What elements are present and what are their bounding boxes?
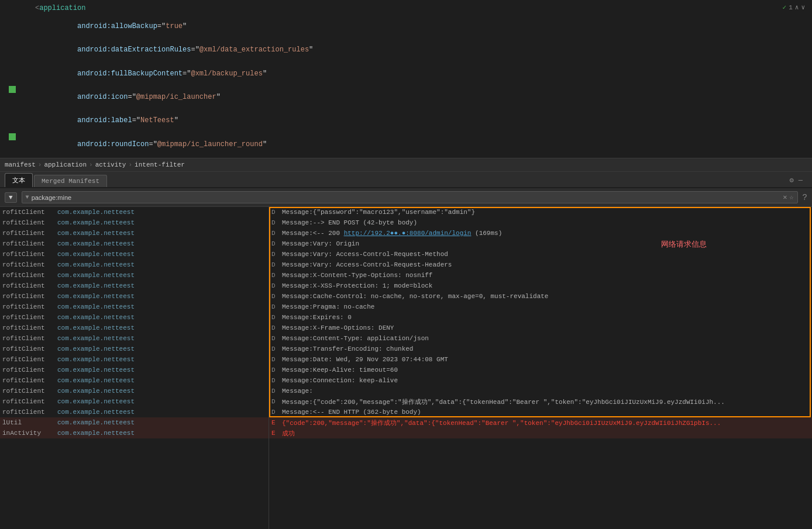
log-pkg: com.example.netteest (57, 272, 154, 279)
green-icon (9, 133, 16, 140)
filter-dropdown[interactable]: ▼ (5, 192, 17, 203)
filter-help-button[interactable]: ? (803, 193, 807, 202)
log-row-left: rofitClient com.example.netteest (0, 312, 269, 323)
log-source: rofitClient (2, 261, 55, 268)
breadcrumb-item-application[interactable]: application (44, 161, 87, 168)
log-level: D (271, 240, 280, 247)
log-level: D (271, 377, 280, 384)
filter-bar: ▼ ▼ ✕ ☆ ? (0, 188, 812, 207)
log-level: D (271, 388, 280, 395)
log-message: Message:Date: Wed, 29 Nov 2023 07:44:08 … (282, 356, 448, 363)
log-row-right: D Message:Vary: Access-Control-Request-H… (269, 260, 812, 270)
code-line: <application (35, 2, 812, 15)
log-message: Message:Connection: keep-alive (282, 377, 398, 384)
filter-star-button[interactable]: ☆ (789, 193, 793, 202)
tab-gear-area: ⚙ — (785, 174, 807, 187)
filter-icon: ▼ (26, 194, 29, 200)
log-row-left: rofitClient com.example.netteest (0, 386, 269, 396)
log-pkg: com.example.netteest (57, 430, 154, 437)
log-source: rofitClient (2, 282, 55, 289)
log-row-left: rofitClient com.example.netteest (0, 375, 269, 386)
log-level: D (271, 324, 280, 331)
log-row-right: D Message:X-Frame-Options: DENY (269, 323, 812, 333)
log-pkg: com.example.netteest (57, 240, 154, 247)
log-left-panel: rofitClient com.example.netteest rofitCl… (0, 207, 269, 529)
log-level: D (271, 367, 280, 374)
log-row-right: D Message:Connection: keep-alive (269, 375, 812, 386)
tab-merged-manifest[interactable]: Merged Manifest (34, 175, 107, 187)
tab-text[interactable]: 文本 (5, 173, 33, 187)
right-log-container: D Message:{"password":"macro123","userna… (269, 207, 812, 438)
log-source: rofitClient (2, 356, 55, 363)
log-pkg: com.example.netteest (57, 356, 154, 363)
log-pkg: com.example.netteest (57, 324, 154, 331)
log-source: rofitClient (2, 272, 55, 279)
log-section: ▼ ▼ ✕ ☆ ? rofitClient com.example.nettee… (0, 188, 812, 529)
log-pkg: com.example.netteest (57, 335, 154, 342)
code-line: android:label="NetTeest" (35, 109, 812, 133)
log-level: D (271, 335, 280, 342)
log-message: {"code":200,"message":"操作成功","data":{"to… (282, 419, 721, 427)
log-row-left: rofitClient com.example.netteest (0, 207, 269, 217)
code-line: android:icon="@mipmap/ic_launcher" (35, 85, 812, 109)
breadcrumb-item-intent-filter[interactable]: intent-filter (135, 161, 185, 168)
log-pkg: com.example.netteest (57, 398, 154, 405)
code-editor: <application android:allowBackup="true" … (0, 0, 812, 158)
code-line: android:dataExtractionRules="@xml/data_e… (35, 39, 812, 62)
log-message: Message:Transfer-Encoding: chunked (282, 345, 413, 352)
log-row-right: D Message:Vary: Access-Control-Request-M… (269, 249, 812, 260)
log-row-left: rofitClient com.example.netteest (0, 323, 269, 333)
log-row-right: D Message:Vary: Origin (269, 238, 812, 249)
log-message: Message:Content-Type: application/json (282, 335, 429, 342)
settings-icon[interactable]: ⚙ (790, 176, 794, 185)
log-pkg: com.example.netteest (57, 303, 154, 310)
log-source: rofitClient (2, 409, 55, 416)
log-pkg: com.example.netteest (57, 367, 154, 374)
close-icon[interactable]: — (799, 177, 803, 185)
log-source: rofitClient (2, 388, 55, 395)
log-source: rofitClient (2, 335, 55, 342)
log-level: D (271, 314, 280, 321)
log-row-left: rofitClient com.example.netteest (0, 407, 269, 417)
log-message: Message:<-- END HTTP (362-byte body) (282, 409, 421, 416)
filter-input[interactable] (32, 194, 779, 201)
log-pkg: com.example.netteest (57, 282, 154, 289)
log-source: rofitClient (2, 324, 55, 331)
breadcrumb: manifest › application › activity › inte… (0, 158, 812, 172)
log-pkg: com.example.netteest (57, 314, 154, 321)
log-row-left: rofitClient com.example.netteest (0, 281, 269, 291)
breadcrumb-item-activity[interactable]: activity (95, 161, 126, 168)
filter-clear-button[interactable]: ✕ (783, 193, 787, 202)
log-source: rofitClient (2, 230, 55, 237)
log-message: 成功 (282, 429, 295, 438)
log-level: D (271, 282, 280, 289)
log-row-right: D Message:<-- 200 http://192.2●●.●:8080/… (269, 228, 812, 238)
log-right-panel: D Message:{"password":"macro123","userna… (269, 207, 812, 529)
log-source: rofitClient (2, 240, 55, 247)
log-row-right: D Message:<-- END HTTP (362-byte body) (269, 407, 812, 417)
code-line: android:allowBackup="true" (35, 15, 812, 38)
log-row-left: rofitClient com.example.netteest (0, 270, 269, 281)
log-row-right: D Message:{"password":"macro123","userna… (269, 207, 812, 217)
log-row-left: rofitClient com.example.netteest (0, 354, 269, 365)
log-source: rofitClient (2, 314, 55, 321)
log-row-left: rofitClient com.example.netteest (0, 291, 269, 302)
log-message: Message:Cache-Control: no-cache, no-stor… (282, 293, 548, 300)
log-pkg: com.example.netteest (57, 409, 154, 416)
log-source: rofitClient (2, 377, 55, 384)
log-level: D (271, 398, 280, 405)
log-message: Message:{"password":"macro123","username… (282, 209, 475, 216)
log-pkg: com.example.netteest (57, 388, 154, 395)
log-source: rofitClient (2, 345, 55, 352)
breadcrumb-item-manifest[interactable]: manifest (5, 161, 36, 168)
log-level: D (271, 209, 280, 216)
log-link[interactable]: http://192.2●●.●:8080/admin/login (344, 230, 472, 237)
log-row-right: D Message:X-Content-Type-Options: nosnif… (269, 270, 812, 281)
code-line: android:roundIcon="@mipmap/ic_launcher_r… (35, 133, 812, 156)
log-level: D (271, 345, 280, 352)
log-row-right: D Message:Transfer-Encoding: chunked (269, 344, 812, 354)
log-level: D (271, 261, 280, 268)
log-row-right: D Message:Pragma: no-cache (269, 302, 812, 312)
tabs-bar: 文本 Merged Manifest ⚙ — (0, 172, 812, 188)
log-source: rofitClient (2, 398, 55, 405)
